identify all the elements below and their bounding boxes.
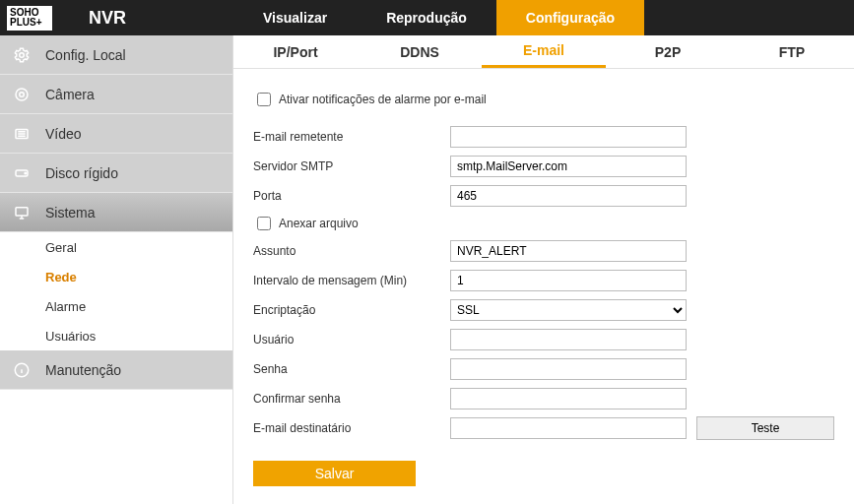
sidebar-label: Sistema [45, 205, 96, 220]
recipient-input[interactable] [450, 417, 687, 439]
sidebar-sub-rede[interactable]: Rede [0, 262, 232, 291]
sidebar-item-video[interactable]: Vídeo [0, 114, 232, 154]
sidebar-label: Config. Local [45, 47, 126, 63]
save-button[interactable]: Salvar [253, 461, 416, 486]
sidebar-sub-geral[interactable]: Geral [0, 232, 232, 262]
subtabs: IP/Port DDNS E-mail P2P FTP [233, 35, 854, 69]
sidebar-item-disk[interactable]: Disco rígido [0, 154, 232, 193]
port-input[interactable] [450, 185, 687, 207]
sidebar-item-manutencao[interactable]: Manutenção [0, 350, 232, 390]
gear-icon [12, 45, 32, 65]
sidebar-label: Vídeo [45, 126, 82, 142]
smtp-label: Servidor SMTP [253, 159, 450, 173]
svg-rect-9 [16, 207, 28, 215]
sidebar-label: Disco rígido [45, 165, 118, 181]
logo-line2: PLUS+ [10, 17, 42, 28]
enable-notifications-row: Ativar notificações de alarme por e-mail [253, 87, 854, 112]
sidebar-item-camera[interactable]: Câmera [0, 75, 232, 114]
subtab-ftp[interactable]: FTP [730, 35, 854, 68]
system-icon [12, 203, 32, 222]
svg-point-2 [20, 92, 25, 96]
svg-point-1 [16, 89, 28, 100]
content-panel: IP/Port DDNS E-mail P2P FTP Ativar notif… [233, 35, 854, 504]
sender-input[interactable] [450, 126, 687, 148]
topnav-reproducao[interactable]: Reprodução [357, 0, 496, 35]
top-nav: Visualizar Reprodução Configuração [233, 0, 644, 35]
interval-input[interactable] [450, 270, 687, 291]
video-icon [12, 124, 32, 144]
enable-notifications-label: Ativar notificações de alarme por e-mail [279, 93, 487, 106]
encryption-select[interactable]: SSL [450, 299, 687, 321]
sidebar-label: Manutenção [45, 362, 121, 378]
smtp-input[interactable] [450, 156, 687, 177]
info-icon [12, 360, 32, 380]
sidebar-sub-alarme[interactable]: Alarme [0, 291, 232, 321]
encryption-label: Encriptação [253, 303, 450, 317]
confirm-input[interactable] [450, 388, 687, 410]
subtab-p2p[interactable]: P2P [606, 35, 730, 68]
enable-notifications-checkbox[interactable] [257, 93, 271, 106]
subtab-ddns[interactable]: DDNS [358, 35, 482, 68]
svg-point-8 [25, 172, 27, 174]
user-input[interactable] [450, 329, 687, 350]
password-label: Senha [253, 362, 450, 376]
password-input[interactable] [450, 358, 687, 380]
svg-point-0 [20, 52, 25, 57]
sidebar-item-sistema[interactable]: Sistema [0, 193, 232, 232]
subtab-email[interactable]: E-mail [482, 35, 606, 68]
sidebar-sub-usuarios[interactable]: Usuários [0, 321, 232, 350]
camera-icon [12, 85, 32, 104]
test-button[interactable]: Teste [696, 416, 834, 440]
sidebar-label: Câmera [45, 87, 95, 102]
logo: SOHO PLUS+ [0, 0, 59, 35]
subtab-ipport[interactable]: IP/Port [233, 35, 358, 68]
sidebar-item-config-local[interactable]: Config. Local [0, 35, 232, 75]
logo-line1: SOHO [10, 7, 38, 18]
confirm-label: Confirmar senha [253, 392, 450, 406]
subject-label: Assunto [253, 244, 450, 258]
brand-title: NVR [59, 8, 233, 29]
subject-input[interactable] [450, 240, 687, 262]
port-label: Porta [253, 189, 450, 203]
topnav-configuracao[interactable]: Configuração [496, 0, 644, 35]
attach-label: Anexar arquivo [279, 217, 359, 230]
top-bar: SOHO PLUS+ NVR Visualizar Reprodução Con… [0, 0, 854, 35]
sidebar: Config. Local Câmera Vídeo Disco rígido … [0, 35, 233, 504]
attach-checkbox[interactable] [257, 217, 271, 230]
recipient-label: E-mail destinatário [253, 421, 450, 435]
form-area: Ativar notificações de alarme por e-mail… [233, 69, 854, 486]
topnav-visualizar[interactable]: Visualizar [233, 0, 357, 35]
user-label: Usuário [253, 333, 450, 346]
main-area: Config. Local Câmera Vídeo Disco rígido … [0, 35, 854, 504]
attach-row: Anexar arquivo [253, 211, 854, 236]
logo-box: SOHO PLUS+ [7, 6, 52, 31]
interval-label: Intervalo de mensagem (Min) [253, 274, 450, 287]
disk-icon [12, 163, 32, 183]
sender-label: E-mail remetente [253, 130, 450, 144]
